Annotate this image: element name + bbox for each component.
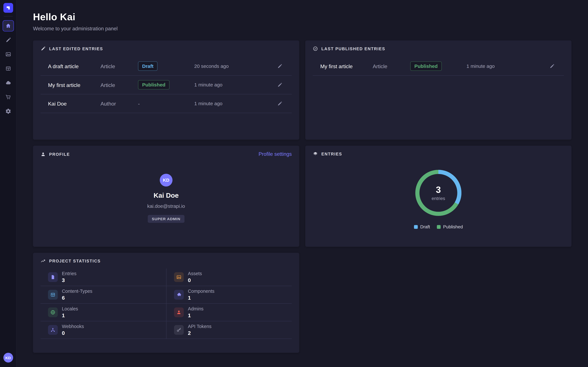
stat-cell-components: Components1 <box>166 286 292 304</box>
pencil-icon <box>277 101 282 106</box>
sidebar: KD <box>0 0 17 367</box>
stats-table: Entries3 Assets0 Content-Types6 Componen… <box>41 268 292 339</box>
last-published-entries-panel: LAST PUBLISHED ENTRIES My first article … <box>305 41 571 140</box>
trending-up-icon <box>41 258 46 264</box>
panel-title: PROFILE <box>49 152 70 156</box>
status-badge: Published <box>138 80 170 89</box>
panel-title: LAST PUBLISHED ENTRIES <box>321 47 385 51</box>
home-icon <box>5 23 11 29</box>
page-header: Hello Kai Welcome to your administration… <box>33 11 571 32</box>
entry-time: 1 minute ago <box>194 101 275 106</box>
stat-label: API Tokens <box>188 324 212 329</box>
pencil-icon <box>277 63 282 69</box>
panel-title: ENTRIES <box>321 152 342 156</box>
cloud-icon <box>5 80 11 86</box>
sidebar-item-marketplace[interactable] <box>2 91 14 103</box>
legend-item-published: Published <box>437 224 463 230</box>
status-badge: Published <box>410 61 442 71</box>
profile-email: kai.doe@strapi.io <box>147 203 185 209</box>
entry-time: 1 minute ago <box>194 82 275 88</box>
draft-swatch <box>414 225 418 229</box>
entry-type: Article <box>373 63 410 69</box>
entries-count-label: entries <box>432 196 445 201</box>
settings-icon <box>5 108 11 114</box>
stat-cell-webhooks: Webhooks0 <box>41 321 166 339</box>
last-edited-table: A draft article Article Draft 20 seconds… <box>41 57 292 113</box>
strapi-logo-icon <box>5 5 11 11</box>
entry-name: Kai Doe <box>48 100 100 107</box>
legend-item-draft: Draft <box>414 224 430 230</box>
webhooks-icon <box>48 325 58 335</box>
chart-legend: Draft Published <box>414 224 463 230</box>
stat-cell-assets: Assets0 <box>166 268 292 286</box>
pencil-icon <box>277 82 282 87</box>
content-types-icon <box>48 290 58 300</box>
stat-cell-admins: Admins1 <box>166 304 292 321</box>
entry-name: My first article <box>320 63 373 69</box>
stat-cell-locales: Locales1 <box>41 304 166 321</box>
sidebar-item-home[interactable] <box>2 20 14 32</box>
profile-body: KD Kai Doe kai.doe@strapi.io SUPER ADMIN <box>33 161 299 223</box>
edit-entry-button[interactable] <box>275 99 284 108</box>
panel-header: LAST EDITED ENTRIES <box>33 41 299 55</box>
status-badge: Draft <box>138 61 158 71</box>
sidebar-item-content-manager[interactable] <box>2 34 14 46</box>
stat-label: Webhooks <box>62 324 84 329</box>
entry-time: 1 minute ago <box>467 63 547 69</box>
stat-value: 0 <box>188 277 202 283</box>
stat-label: Assets <box>188 271 202 276</box>
stat-value: 1 <box>188 295 215 301</box>
stat-label: Admins <box>188 306 204 312</box>
stat-value: 1 <box>62 312 78 318</box>
stat-value: 1 <box>188 312 204 318</box>
entry-time: 20 seconds ago <box>194 63 275 69</box>
viewport: KD Hello Kai Welcome to your administrat… <box>0 0 588 367</box>
last-edited-entries-panel: LAST EDITED ENTRIES A draft article Arti… <box>33 41 299 140</box>
pencil-icon <box>549 63 554 69</box>
strapi-logo[interactable] <box>3 3 13 13</box>
edit-entry-button[interactable] <box>275 62 284 71</box>
profile-panel: PROFILE Profile settings KD Kai Doe kai.… <box>33 146 299 247</box>
stat-value: 0 <box>62 330 84 336</box>
panel-header: PROFILE Profile settings <box>33 146 299 161</box>
user-icon <box>41 151 46 157</box>
page-title: Hello Kai <box>33 11 571 23</box>
panel-header: ENTRIES <box>305 146 571 161</box>
entry-name: A draft article <box>48 63 100 69</box>
table-row: A draft article Article Draft 20 seconds… <box>41 57 292 76</box>
panel-title: LAST EDITED ENTRIES <box>49 47 103 51</box>
pencil-icon <box>41 46 46 51</box>
page-subtitle: Welcome to your administration panel <box>33 26 571 31</box>
stat-value: 2 <box>188 330 212 336</box>
user-avatar[interactable]: KD <box>3 353 13 363</box>
status-empty: - <box>138 100 140 107</box>
sidebar-item-media-library[interactable] <box>2 49 14 60</box>
role-badge: SUPER ADMIN <box>148 215 185 223</box>
sidebar-item-content-type-builder[interactable] <box>2 63 14 74</box>
panel-header: LAST PUBLISHED ENTRIES <box>305 41 571 55</box>
stat-label: Entries <box>62 271 77 276</box>
project-statistics-panel: PROJECT STATISTICS Entries3 Assets0 Cont… <box>33 253 299 353</box>
sidebar-nav <box>2 20 14 117</box>
panel-title: PROJECT STATISTICS <box>49 259 101 263</box>
app-window: KD Hello Kai Welcome to your administrat… <box>0 0 588 367</box>
edit-entry-button[interactable] <box>547 62 556 71</box>
stat-value: 6 <box>62 295 92 301</box>
sidebar-item-cloud[interactable] <box>2 77 14 88</box>
stat-label: Components <box>188 289 215 294</box>
layers-icon <box>313 151 318 157</box>
last-published-table: My first article Article Published 1 min… <box>313 57 564 76</box>
entry-name: My first article <box>48 82 100 88</box>
profile-settings-link[interactable]: Profile settings <box>259 151 292 157</box>
locales-icon <box>48 308 58 317</box>
marketplace-icon <box>5 94 11 100</box>
stat-cell-entries: Entries3 <box>41 268 166 286</box>
table-row: My first article Article Published 1 min… <box>313 57 564 76</box>
edit-entry-button[interactable] <box>275 80 284 89</box>
content-type-builder-icon <box>5 66 11 72</box>
sidebar-divider <box>4 16 13 17</box>
media-library-icon <box>5 51 11 58</box>
check-circle-icon <box>313 46 318 51</box>
sidebar-item-settings[interactable] <box>2 106 14 117</box>
admins-icon <box>174 308 184 317</box>
